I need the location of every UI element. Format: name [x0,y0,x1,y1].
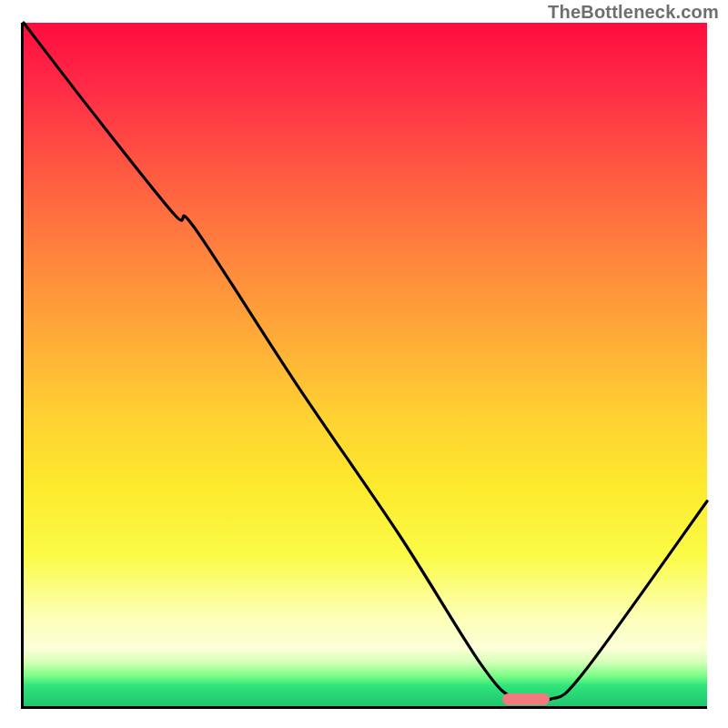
bottleneck-curve [24,23,707,706]
watermark: TheBottleneck.com [548,2,719,23]
optimal-range-marker [502,693,551,705]
chart-area [21,23,707,709]
